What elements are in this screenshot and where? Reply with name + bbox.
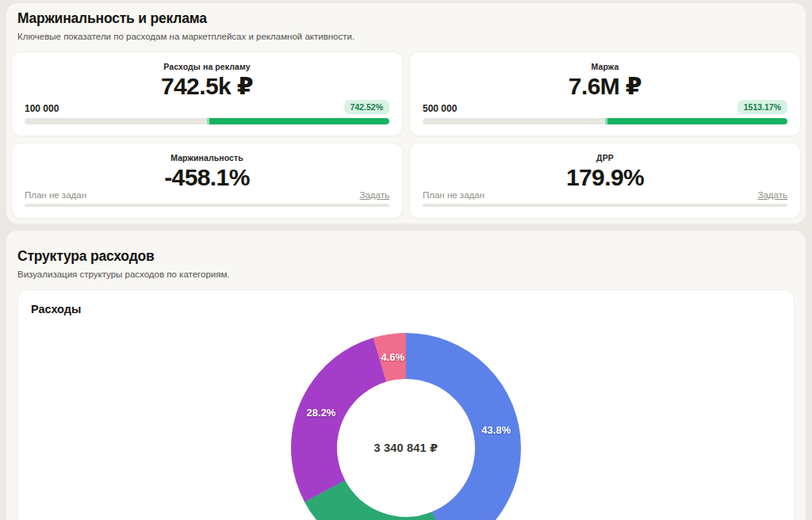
progress-bar <box>25 204 389 208</box>
expenses-donut-chart: 43.8%28.2%4.6%3 340 841 ₽ <box>291 333 521 520</box>
metric-card-margin: Маржа 7.6M ₽ 500 000 1513.17% <box>409 52 801 136</box>
progress-bar <box>25 118 389 124</box>
section-expense-structure: Структура расходов Визуализация структур… <box>6 231 806 520</box>
metric-value: 179.9% <box>423 165 787 190</box>
progress-fill <box>207 118 389 124</box>
metric-value: 742.5k ₽ <box>25 74 389 99</box>
plan-value: 100 000 <box>25 103 59 114</box>
slice-blue-label: 43.8% <box>481 424 511 436</box>
section-subtitle: Визуализация структуры расходов по катег… <box>17 270 795 279</box>
progress-badge: 742.52% <box>344 100 389 115</box>
section-structure-header: Структура расходов Визуализация структур… <box>11 248 801 279</box>
slice-pink-label: 4.6% <box>381 351 404 363</box>
plan-value: 500 000 <box>423 103 457 114</box>
set-plan-link[interactable]: Задать <box>758 190 787 200</box>
progress-bar <box>423 118 787 124</box>
progress-fill <box>605 118 787 124</box>
set-plan-link[interactable]: Задать <box>360 190 389 200</box>
chart-title: Расходы <box>31 303 781 315</box>
expenses-chart-card: Расходы 43.8%28.2%4.6%3 340 841 ₽ <box>17 289 795 520</box>
donut-chart-container: 43.8%28.2%4.6%3 340 841 ₽ <box>31 333 781 520</box>
plan-not-set-label: План не задан <box>423 190 485 200</box>
metric-card-marginality: Маржинальность -458.1% План не задан Зад… <box>11 143 403 219</box>
metric-card-ad-spend: Расходы на рекламу 742.5k ₽ 100 000 742.… <box>11 52 403 136</box>
metric-cards-grid: Расходы на рекламу 742.5k ₽ 100 000 742.… <box>11 52 801 219</box>
metric-card-drr: ДРР 179.9% План не задан Задать <box>409 143 801 219</box>
section-subtitle: Ключевые показатели по расходам на марке… <box>17 32 795 41</box>
section-margin-header: Маржинальность и реклама Ключевые показа… <box>11 10 801 41</box>
metric-title: Расходы на рекламу <box>25 62 389 71</box>
section-title: Структура расходов <box>17 248 795 265</box>
section-title: Маржинальность и реклама <box>17 10 795 27</box>
metric-value: -458.1% <box>25 165 389 190</box>
metric-value: 7.6M ₽ <box>423 74 787 99</box>
progress-badge: 1513.17% <box>737 100 787 115</box>
progress-bar <box>423 204 787 208</box>
section-margin-and-ads: Маржинальность и реклама Ключевые показа… <box>6 3 806 224</box>
metric-title: Маржа <box>423 62 787 71</box>
donut-center-total: 3 340 841 ₽ <box>374 442 439 454</box>
slice-purple-label: 28.2% <box>307 407 336 419</box>
plan-not-set-label: План не задан <box>25 190 86 200</box>
metric-title: ДРР <box>423 153 787 162</box>
metric-title: Маржинальность <box>25 153 389 162</box>
